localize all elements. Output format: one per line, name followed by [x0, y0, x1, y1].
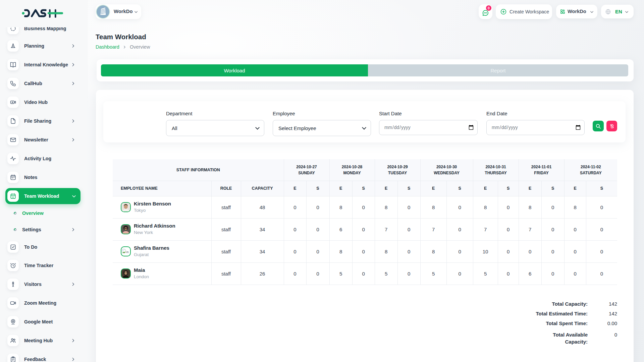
- svg-text:in: in: [126, 250, 129, 254]
